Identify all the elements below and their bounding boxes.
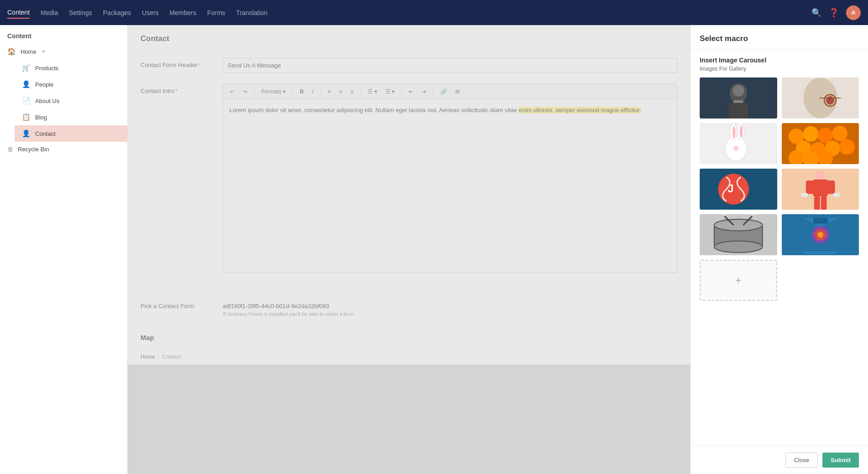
trash-icon: 🗑	[7, 146, 13, 153]
gallery-item-tattoo[interactable]	[782, 77, 859, 118]
macro-panel-body: Insert Image Carousel Images For Gallery	[691, 49, 868, 446]
svg-text:J: J	[728, 183, 733, 195]
sidebar: Content 🏠 Home ▼ 🛒 Products 👤 People 📄 A…	[0, 25, 128, 474]
pick-form-value: adf160f1-39f5-44c0-b01d-9e2da32bf093	[223, 303, 354, 309]
rte-ol-btn[interactable]: ☰ ▾	[382, 87, 398, 96]
macro-close-button[interactable]: Close	[785, 453, 818, 468]
sidebar-home-label: Home	[21, 48, 36, 55]
sidebar-contact-label: Contact	[35, 130, 120, 137]
sidebar-products-label: Products	[35, 65, 120, 72]
rte-redo-btn[interactable]: ↪	[239, 87, 250, 96]
contact-intro-editor-col: ↩ ↪ Formats ▾ B I ≡ ≡ ≡ ☰ ▾	[223, 84, 677, 273]
rte-sep-5	[401, 88, 402, 96]
gallery-item-rabbit[interactable]	[700, 123, 777, 164]
breadcrumb-home-link[interactable]: Home	[140, 354, 155, 360]
gallery-item-ball[interactable]: J	[700, 169, 777, 210]
sidebar-item-contact[interactable]: 👤 Contact	[15, 125, 127, 142]
help-icon[interactable]: ❓	[829, 8, 839, 18]
sidebar-item-about-us[interactable]: 📄 About Us	[15, 93, 127, 109]
svg-rect-33	[813, 180, 827, 196]
rte-italic-btn[interactable]: I	[309, 87, 317, 96]
pick-form-subtext: If Umbraco Forms is installed you'll be …	[223, 311, 354, 317]
sidebar-blog-label: Blog	[35, 114, 120, 121]
macro-submit-button[interactable]: Submit	[822, 453, 859, 468]
rte-indent-inc-btn[interactable]: ⇥	[418, 87, 429, 96]
avatar[interactable]: A	[846, 5, 861, 20]
contact-intro-label: Contact Intro*	[140, 84, 213, 94]
gallery-item-drum[interactable]	[700, 214, 777, 255]
rte-ul-btn[interactable]: ☰ ▾	[364, 87, 380, 96]
macro-footer: Close Submit	[691, 446, 868, 474]
svg-rect-38	[801, 193, 808, 196]
breadcrumb: Home / Contact	[128, 349, 690, 365]
map-section: Map	[128, 326, 690, 349]
svg-rect-54	[813, 218, 827, 224]
gallery-add-button[interactable]: +	[700, 260, 777, 301]
gallery-item-oranges[interactable]	[782, 123, 859, 164]
contact-icon: 👤	[22, 129, 31, 138]
rte-align-left-btn[interactable]: ≡	[324, 87, 334, 96]
svg-point-20	[832, 126, 847, 141]
nav-content[interactable]: Content	[7, 7, 30, 19]
nav-forms[interactable]: Forms	[207, 7, 225, 18]
page-title: Contact	[140, 34, 677, 49]
rte-source-btn[interactable]: ⊞	[452, 87, 463, 96]
recycle-bin-label: Recycle Bin	[18, 146, 49, 153]
rte-align-right-btn[interactable]: ≡	[347, 87, 357, 96]
form-row-header: Contact Form Header*	[140, 58, 677, 73]
nav-members[interactable]: Members	[170, 7, 196, 18]
intro-text: Lorem ipsum dolor sit amet, consectetur …	[229, 107, 641, 113]
form-row-intro: Contact Intro* ↩ ↪ Formats ▾ B I	[140, 84, 677, 273]
required-star-2: *	[175, 88, 177, 94]
nav-settings[interactable]: Settings	[69, 7, 92, 18]
svg-point-15	[733, 146, 738, 151]
rte-toolbar: ↩ ↪ Formats ▾ B I ≡ ≡ ≡ ☰ ▾	[223, 84, 677, 99]
pick-form-info: adf160f1-39f5-44c0-b01d-9e2da32bf093 If …	[223, 303, 354, 317]
nav-translation[interactable]: Translation	[236, 7, 268, 18]
rte-sep-1	[254, 88, 255, 96]
svg-point-42	[714, 219, 763, 231]
rte-indent-dec-btn[interactable]: ⇤	[405, 87, 416, 96]
gallery-item-redsuit[interactable]	[782, 169, 859, 210]
rte-formats-btn[interactable]: Formats ▾	[258, 87, 289, 96]
rte-bold-btn[interactable]: B	[296, 87, 307, 96]
gallery-item-warrior[interactable]	[700, 77, 777, 118]
sidebar-item-home[interactable]: 🏠 Home ▼	[0, 43, 127, 60]
macro-panel-title: Select macro	[691, 25, 868, 49]
rte-align-center-btn[interactable]: ≡	[336, 87, 345, 96]
contact-form-header-input-col	[223, 58, 677, 73]
macro-panel: Select macro Insert Image Carousel Image…	[690, 25, 868, 474]
nav-users[interactable]: Users	[142, 7, 159, 18]
recycle-bin-item[interactable]: 🗑 Recycle Bin	[0, 142, 127, 157]
contact-form-header-input[interactable]	[223, 58, 677, 73]
map-title: Map	[140, 334, 677, 341]
nav-packages[interactable]: Packages	[103, 7, 131, 18]
rte-sep-2	[292, 88, 293, 96]
svg-rect-2	[729, 103, 748, 118]
svg-point-43	[714, 241, 763, 252]
rte-body[interactable]: Lorem ipsum dolor sit amet, consectetur …	[223, 99, 677, 273]
content-area: Contact Contact Form Header* Contact Int…	[128, 25, 690, 474]
about-icon: 📄	[22, 97, 31, 105]
gallery-item-vest[interactable]	[782, 214, 859, 255]
nav-media[interactable]: Media	[41, 7, 58, 18]
required-star: *	[198, 62, 201, 68]
sidebar-item-products[interactable]: 🛒 Products	[15, 60, 127, 76]
rte-sep-6	[433, 88, 433, 96]
rte-undo-btn[interactable]: ↩	[227, 87, 238, 96]
chevron-down-icon: ▼	[41, 49, 46, 54]
search-icon[interactable]: 🔍	[811, 8, 821, 18]
sidebar-about-label: About Us	[35, 98, 120, 104]
gallery-grid: J	[700, 77, 859, 301]
svg-point-53	[817, 232, 823, 238]
sidebar-item-blog[interactable]: 📋 Blog	[15, 109, 127, 125]
rte-sep-4	[360, 88, 361, 96]
pick-form-row: Pick a Contact Form adf160f1-39f5-44c0-b…	[140, 303, 677, 317]
svg-rect-34	[806, 180, 814, 194]
svg-point-24	[839, 139, 855, 155]
page-section: Contact Contact Form Header* Contact Int…	[128, 25, 690, 293]
top-navigation: Content Media Settings Packages Users Me…	[0, 0, 868, 25]
svg-rect-39	[833, 193, 840, 196]
rte-link-btn[interactable]: 🔗	[437, 87, 450, 96]
sidebar-item-people[interactable]: 👤 People	[15, 76, 127, 93]
